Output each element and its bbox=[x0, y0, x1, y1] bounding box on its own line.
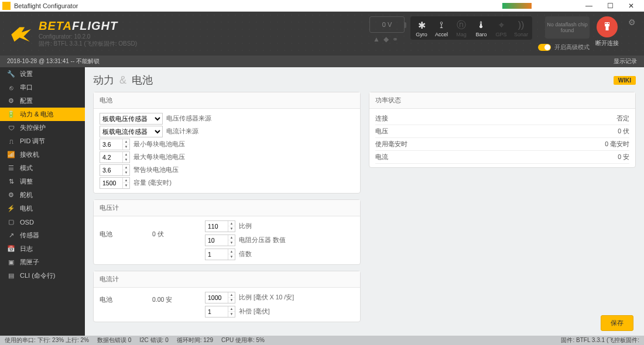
warn-cell-input[interactable] bbox=[100, 165, 122, 175]
close-icon[interactable]: ✕ bbox=[621, 2, 642, 10]
kv-key: 使用毫安时 bbox=[375, 140, 602, 149]
sidebar-icon: ▢ bbox=[7, 218, 15, 226]
wiki-link[interactable]: WIKI bbox=[614, 76, 636, 85]
vmeter-value: 0 伏 bbox=[152, 220, 193, 239]
expert-mode-label: 开启高级模式 bbox=[554, 43, 590, 51]
sidebar-item[interactable]: ⎍PID 调节 bbox=[0, 134, 85, 148]
footer-err: 数据包错误 0 bbox=[97, 336, 131, 344]
dataflash-status[interactable]: No dataflash chip found bbox=[545, 16, 590, 39]
sidebar-item-label: 舵机 bbox=[20, 191, 33, 199]
spin-down-icon[interactable]: ▼ bbox=[123, 170, 129, 175]
min-cell-input[interactable] bbox=[100, 139, 122, 150]
spin-up-icon[interactable]: ▲ bbox=[123, 139, 129, 144]
vmeter-div-input[interactable] bbox=[205, 235, 228, 246]
footer-fw: 固件: BTFL 3.3.1 (飞控板固件: bbox=[561, 336, 639, 344]
table-row: 使用毫安时0 毫安时 bbox=[375, 138, 630, 151]
spin-down-icon[interactable]: ▼ bbox=[123, 183, 129, 188]
sidebar-item[interactable]: ↗传感器 bbox=[0, 229, 85, 242]
sidebar-item[interactable]: ▣黑匣子 bbox=[0, 256, 85, 269]
power-state-panel: 功率状态 连接否定电压0 伏使用毫安时0 毫安时电流0 安 bbox=[369, 92, 636, 168]
sensor-strip: ✱Gyro⟟AccelⓝMag🌡Baro⌖GPS))Sonar bbox=[410, 16, 532, 40]
sidebar-item[interactable]: ⚙配置 bbox=[0, 94, 85, 108]
sidebar-item[interactable]: 📅日志 bbox=[0, 242, 85, 256]
sensor-icon: ✱ bbox=[412, 19, 431, 32]
voltage-source-select[interactable]: 板载电压传感器 bbox=[100, 113, 163, 125]
vmeter-div-label: 电阻分压器 数值 bbox=[239, 236, 286, 244]
svg-rect-1 bbox=[606, 26, 609, 30]
sidebar-item[interactable]: ⚡电机 bbox=[0, 202, 85, 215]
vmeter-name: 电池 bbox=[100, 220, 141, 239]
vmeter-scale-input[interactable] bbox=[205, 221, 228, 232]
sidebar-item-label: 日志 bbox=[20, 244, 33, 253]
kv-key: 连接 bbox=[375, 115, 614, 123]
sidebar-icon: 📶 bbox=[7, 151, 15, 158]
sidebar-item-label: 动力 & 电池 bbox=[20, 110, 53, 119]
disconnect-label: 断开连接 bbox=[595, 39, 619, 47]
gear-icon[interactable]: ⚙ bbox=[628, 18, 636, 27]
spin-up-icon[interactable]: ▲ bbox=[123, 178, 129, 183]
current-source-label: 电流计来源 bbox=[166, 127, 198, 136]
sensor-icon: ⟟ bbox=[431, 19, 451, 32]
table-row: 连接否定 bbox=[375, 112, 630, 125]
svg-rect-3 bbox=[608, 23, 609, 24]
usb-icon[interactable] bbox=[597, 16, 618, 37]
configurator-version: Configurator: 10.2.0 bbox=[39, 33, 137, 40]
minimize-icon[interactable]: — bbox=[578, 2, 600, 10]
sidebar-item-label: CLI (命令行) bbox=[20, 271, 56, 280]
sidebar-item[interactable]: 📶接收机 bbox=[0, 148, 85, 161]
sidebar-item[interactable]: ▤CLI (命令行) bbox=[0, 269, 85, 282]
max-cell-input[interactable] bbox=[100, 152, 122, 163]
sidebar-item[interactable]: 🔋动力 & 电池 bbox=[0, 108, 85, 121]
sidebar-item[interactable]: ⇅调整 bbox=[0, 175, 85, 188]
sidebar-item[interactable]: ⎋串口 bbox=[0, 81, 85, 94]
ameter-offset-input[interactable] bbox=[205, 306, 228, 317]
sidebar-item[interactable]: 🔧设置 bbox=[0, 67, 85, 81]
spin-down-icon[interactable]: ▼ bbox=[123, 157, 129, 163]
status-left: 2018-10-28 @ 13:31:41 -- 不能解锁 bbox=[7, 57, 100, 65]
sidebar-item[interactable]: ⚙舵机 bbox=[0, 188, 85, 202]
logo-icon bbox=[8, 21, 34, 47]
expert-mode-toggle[interactable] bbox=[538, 44, 551, 51]
sidebar-icon: 📅 bbox=[7, 245, 15, 253]
sidebar-item-label: 电机 bbox=[20, 204, 33, 213]
sensor-accel: ⟟Accel bbox=[431, 19, 451, 37]
sidebar-item[interactable]: ☰模式 bbox=[0, 161, 85, 175]
capacity-input[interactable] bbox=[100, 178, 122, 188]
voltage-source-label: 电压传感器来源 bbox=[166, 115, 211, 123]
brand-name: BETAFLIGHT bbox=[39, 19, 137, 33]
sidebar-icon: 🔋 bbox=[7, 111, 15, 118]
sidebar-item[interactable]: 🛡失控保护 bbox=[0, 121, 85, 134]
sidebar-icon: ⚙ bbox=[7, 191, 15, 199]
min-cell-label: 最小每块电池电压 bbox=[133, 140, 185, 149]
sidebar-item[interactable]: ▢OSD bbox=[0, 215, 85, 229]
sensor-label: Accel bbox=[431, 32, 451, 37]
disconnect-block[interactable]: 断开连接 bbox=[595, 16, 619, 47]
show-log-link[interactable]: 显示记录 bbox=[614, 57, 637, 65]
sidebar-item-label: 黑匣子 bbox=[20, 258, 39, 267]
sensor-gyro: ✱Gyro bbox=[412, 19, 431, 37]
sidebar-item-label: 设置 bbox=[20, 70, 33, 78]
sensor-label: Mag bbox=[451, 32, 471, 37]
sidebar-item-label: 失控保护 bbox=[20, 123, 46, 132]
sidebar-icon: 🔧 bbox=[7, 70, 15, 78]
vmeter-mult-input[interactable] bbox=[205, 249, 228, 260]
sidebar-item-label: 接收机 bbox=[20, 150, 39, 159]
maximize-icon[interactable]: ☐ bbox=[600, 2, 621, 10]
vmeter-mult-label: 倍数 bbox=[239, 250, 252, 258]
sensor-icon: ⓝ bbox=[451, 19, 471, 32]
sidebar-item-label: 模式 bbox=[20, 164, 33, 172]
ameter-scale-input[interactable] bbox=[205, 292, 228, 303]
sensor-icon: ⌖ bbox=[491, 19, 511, 32]
footer-port: 使用的串口: 下行: 23% 上行: 2% bbox=[5, 336, 89, 344]
save-button[interactable]: 保存 bbox=[601, 315, 633, 331]
diamond-icon: ◆ bbox=[383, 35, 389, 43]
spin-up-icon[interactable]: ▲ bbox=[123, 152, 129, 157]
spin-up-icon[interactable]: ▲ bbox=[123, 165, 129, 170]
spin-down-icon[interactable]: ▼ bbox=[123, 144, 129, 150]
ameter-scale-label: 比例 [毫伏 X 10 /安] bbox=[239, 294, 294, 302]
status-strip: 2018-10-28 @ 13:31:41 -- 不能解锁 显示记录 bbox=[0, 56, 644, 67]
current-meter-panel: 电流计 电池 0.00 安 ▲▼比例 [毫伏 X 10 /安] ▲▼补偿 [毫伏… bbox=[93, 271, 361, 322]
current-source-select[interactable]: 板载电流传感器 bbox=[100, 126, 163, 137]
svg-rect-2 bbox=[605, 23, 607, 24]
header-battery-block: 0 V ▲ ◆ ⚭ bbox=[369, 16, 405, 43]
